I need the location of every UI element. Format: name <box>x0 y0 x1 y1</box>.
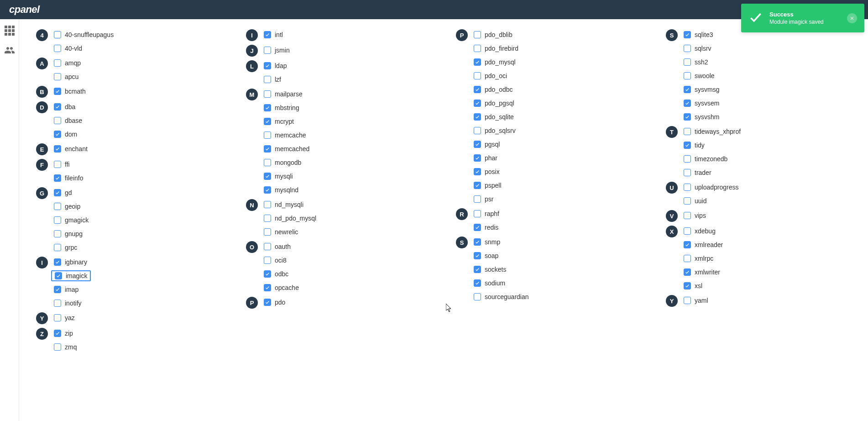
checkbox[interactable] <box>474 224 481 231</box>
checkbox[interactable] <box>54 330 61 337</box>
module-xdebug[interactable]: xdebug <box>681 226 854 237</box>
module-igbinary[interactable]: igbinary <box>51 257 225 268</box>
checkbox[interactable] <box>54 45 61 52</box>
module-dba[interactable]: dba <box>51 101 225 112</box>
module-opcache[interactable]: opcache <box>261 282 434 293</box>
checkbox[interactable] <box>474 141 481 148</box>
checkbox[interactable] <box>54 189 61 196</box>
module-gd[interactable]: gd <box>51 187 225 198</box>
module-zmq[interactable]: zmq <box>51 342 225 353</box>
checkbox[interactable] <box>474 72 481 79</box>
checkbox[interactable] <box>684 282 691 289</box>
checkbox[interactable] <box>684 86 691 93</box>
module-redis[interactable]: redis <box>471 222 644 233</box>
module-uuid[interactable]: uuid <box>681 195 854 206</box>
module-pdo[interactable]: pdo <box>261 297 434 308</box>
checkbox[interactable] <box>474 31 481 38</box>
module-memcached[interactable]: memcached <box>261 143 434 154</box>
checkbox[interactable] <box>54 300 61 307</box>
module-pdo_dblib[interactable]: pdo_dblib <box>471 29 644 40</box>
checkbox[interactable] <box>264 31 271 38</box>
checkbox[interactable] <box>474 45 481 52</box>
module-soap[interactable]: soap <box>471 250 644 261</box>
checkbox[interactable] <box>264 173 271 180</box>
module-ldap[interactable]: ldap <box>261 60 434 71</box>
module-phar[interactable]: phar <box>471 153 644 163</box>
module-pspell[interactable]: pspell <box>471 180 644 191</box>
module-xmlwriter[interactable]: xmlwriter <box>681 267 854 278</box>
module-mongodb[interactable]: mongodb <box>261 157 434 168</box>
checkbox[interactable] <box>54 230 61 237</box>
checkbox[interactable] <box>54 73 61 80</box>
checkbox[interactable] <box>264 270 271 278</box>
checkbox[interactable] <box>54 31 61 38</box>
checkbox[interactable] <box>264 90 271 98</box>
toast-close-button[interactable] <box>847 13 857 23</box>
module-sqlsrv[interactable]: sqlsrv <box>681 43 854 54</box>
module-timezonedb[interactable]: timezonedb <box>681 153 854 164</box>
module-oauth[interactable]: oauth <box>261 241 434 252</box>
checkbox[interactable] <box>54 216 61 224</box>
checkbox[interactable] <box>264 76 271 83</box>
module-pgsql[interactable]: pgsql <box>471 139 644 150</box>
checkbox[interactable] <box>474 168 481 175</box>
checkbox[interactable] <box>684 212 691 219</box>
checkbox[interactable] <box>264 104 271 111</box>
module-sysvsem[interactable]: sysvsem <box>681 98 854 109</box>
module-tideways_xhprof[interactable]: tideways_xhprof <box>681 126 854 137</box>
checkbox[interactable] <box>474 113 481 121</box>
checkbox[interactable] <box>474 293 481 300</box>
checkbox[interactable] <box>54 343 61 351</box>
module-40-snuffleupagus[interactable]: 40-snuffleupagus <box>51 29 225 40</box>
checkbox[interactable] <box>684 297 691 304</box>
module-pdo_mysql[interactable]: pdo_mysql <box>471 57 644 68</box>
module-pdo_sqlite[interactable]: pdo_sqlite <box>471 111 644 122</box>
checkbox[interactable] <box>264 186 271 194</box>
checkbox[interactable] <box>474 266 481 273</box>
module-sodium[interactable]: sodium <box>471 278 644 289</box>
checkbox[interactable] <box>684 58 691 66</box>
module-pdo_odbc[interactable]: pdo_odbc <box>471 84 644 95</box>
module-mysqli[interactable]: mysqli <box>261 171 434 182</box>
checkbox[interactable] <box>264 228 271 236</box>
checkbox[interactable] <box>54 161 61 168</box>
apps-grid-icon[interactable] <box>4 25 16 37</box>
module-xmlrpc[interactable]: xmlrpc <box>681 253 854 264</box>
module-raphf[interactable]: raphf <box>471 208 644 219</box>
module-posix[interactable]: posix <box>471 166 644 177</box>
module-sockets[interactable]: sockets <box>471 264 644 275</box>
module-pdo_sqlsrv[interactable]: pdo_sqlsrv <box>471 125 644 136</box>
module-mbstring[interactable]: mbstring <box>261 102 434 113</box>
checkbox[interactable] <box>474 210 481 217</box>
checkbox[interactable] <box>684 197 691 205</box>
module-apcu[interactable]: apcu <box>51 71 225 82</box>
module-mysqlnd[interactable]: mysqlnd <box>261 184 434 195</box>
checkbox[interactable] <box>264 145 271 153</box>
module-yaml[interactable]: yaml <box>681 295 854 306</box>
module-vips[interactable]: vips <box>681 210 854 221</box>
checkbox[interactable] <box>264 243 271 250</box>
checkbox[interactable] <box>264 62 271 69</box>
checkbox[interactable] <box>684 128 691 135</box>
checkbox[interactable] <box>54 203 61 210</box>
module-pdo_oci[interactable]: pdo_oci <box>471 70 644 81</box>
checkbox[interactable] <box>264 201 271 208</box>
module-bcmath[interactable]: bcmath <box>51 86 225 97</box>
module-uploadprogress[interactable]: uploadprogress <box>681 182 854 193</box>
checkbox[interactable] <box>684 184 691 191</box>
module-geoip[interactable]: geoip <box>51 201 225 212</box>
checkbox[interactable] <box>684 155 691 163</box>
module-dom[interactable]: dom <box>51 129 225 140</box>
module-inotify[interactable]: inotify <box>51 298 225 309</box>
checkbox[interactable] <box>264 284 271 291</box>
checkbox[interactable] <box>54 131 61 138</box>
module-amqp[interactable]: amqp <box>51 58 225 68</box>
checkbox[interactable] <box>54 314 61 321</box>
module-swoole[interactable]: swoole <box>681 70 854 81</box>
checkbox[interactable] <box>264 47 271 54</box>
module-trader[interactable]: trader <box>681 167 854 178</box>
checkbox[interactable] <box>474 86 481 93</box>
checkbox[interactable] <box>54 103 61 111</box>
module-mailparse[interactable]: mailparse <box>261 89 434 100</box>
module-oci8[interactable]: oci8 <box>261 255 434 266</box>
